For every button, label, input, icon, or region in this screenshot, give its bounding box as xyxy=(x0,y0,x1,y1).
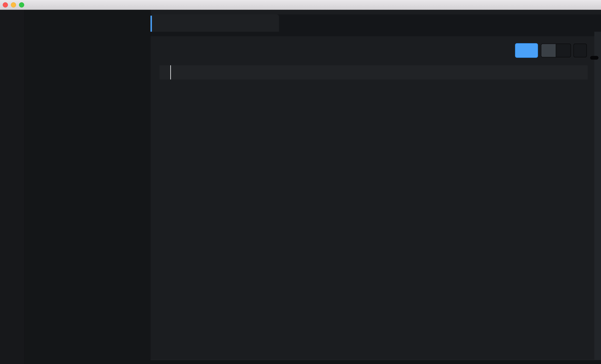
active-tab-indicator xyxy=(150,16,152,32)
results-scrollbar[interactable] xyxy=(594,32,601,360)
results-area xyxy=(160,88,588,98)
view-mode-group xyxy=(541,44,571,57)
close-window-button[interactable] xyxy=(3,2,8,8)
raw-view-button[interactable] xyxy=(541,44,556,57)
export-results-button[interactable] xyxy=(573,44,587,57)
query-statusbar xyxy=(150,36,601,60)
mongotron-logo-icon xyxy=(4,14,21,31)
results-column-header xyxy=(160,88,588,98)
tab-db-cars-find[interactable] xyxy=(150,14,279,32)
editor-line-number xyxy=(160,65,170,79)
connection-tree xyxy=(25,10,150,364)
main-bottom-strip xyxy=(150,360,601,364)
query-toolbar xyxy=(515,43,587,58)
window-titlebar xyxy=(0,0,601,10)
zoom-window-button[interactable] xyxy=(19,2,24,8)
export-results-tooltip xyxy=(590,56,599,60)
minimize-window-button[interactable] xyxy=(11,2,16,8)
tab-strip xyxy=(150,14,601,36)
window-controls xyxy=(3,0,24,10)
query-editor[interactable] xyxy=(160,65,588,79)
editor-code-line xyxy=(171,65,173,79)
run-button[interactable] xyxy=(515,43,538,58)
main-panel xyxy=(150,10,601,364)
list-view-button[interactable] xyxy=(556,44,571,57)
icon-rail xyxy=(0,10,25,364)
